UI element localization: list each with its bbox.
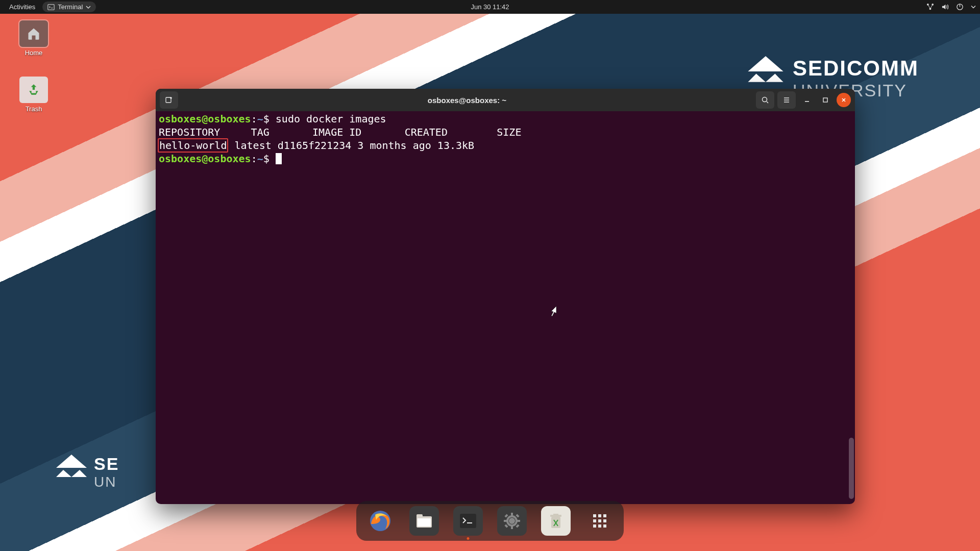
firefox-icon xyxy=(368,509,393,533)
desktop-icon-trash[interactable]: Trash xyxy=(15,77,52,113)
clock[interactable]: Jun 30 11:42 xyxy=(465,2,514,12)
svg-marker-5 xyxy=(71,470,87,477)
close-icon xyxy=(841,97,847,103)
terminal-window: osboxes@osboxes: ~ osboxes@osboxes:~$ su… xyxy=(156,89,855,504)
new-tab-icon xyxy=(165,96,173,104)
terminal-line-1: osboxes@osboxes:~$ sudo docker images xyxy=(159,112,852,126)
svg-point-13 xyxy=(763,97,767,102)
dock-app-files[interactable] xyxy=(409,506,439,536)
svg-marker-1 xyxy=(748,74,766,82)
chevron-down-icon[interactable] xyxy=(971,3,976,11)
svg-rect-41 xyxy=(603,524,606,528)
svg-rect-36 xyxy=(593,519,596,522)
terminal-body[interactable]: osboxes@osboxes:~$ sudo docker images RE… xyxy=(156,111,855,504)
svg-marker-0 xyxy=(748,56,783,71)
prompt-path: ~ xyxy=(257,113,263,125)
terminal-app-icon xyxy=(459,513,477,529)
dock-app-trash[interactable] xyxy=(541,506,571,536)
apps-grid-icon xyxy=(591,512,608,530)
desktop-icon-home[interactable]: Home xyxy=(15,20,52,57)
dock-app-terminal[interactable] xyxy=(453,506,483,536)
desktop-icon-label: Home xyxy=(15,49,52,57)
terminal-output-row: hello-world latest d1165f221234 3 months… xyxy=(159,139,852,152)
desktop-icon-label: Trash xyxy=(15,105,52,113)
recycle-icon xyxy=(27,83,40,96)
terminal-titlebar[interactable]: osboxes@osboxes: ~ xyxy=(156,89,855,111)
svg-rect-18 xyxy=(416,514,423,518)
search-button[interactable] xyxy=(756,91,774,109)
mouse-pointer-icon xyxy=(549,305,560,317)
svg-rect-19 xyxy=(418,518,431,527)
svg-rect-15 xyxy=(823,98,827,102)
branding-bl2: UN xyxy=(94,474,119,490)
svg-rect-37 xyxy=(598,519,601,522)
maximize-icon xyxy=(822,97,828,103)
new-tab-button[interactable] xyxy=(160,91,178,109)
terminal-title: osboxes@osboxes: ~ xyxy=(181,96,753,105)
highlighted-repository: hello-world xyxy=(158,138,228,153)
minimize-button[interactable] xyxy=(800,93,814,107)
gear-icon xyxy=(503,512,521,530)
app-menu-terminal[interactable]: Terminal xyxy=(42,2,96,12)
svg-rect-28 xyxy=(516,514,519,517)
branding-bl1: SE xyxy=(94,454,119,474)
svg-marker-3 xyxy=(56,455,87,468)
dock-app-firefox[interactable] xyxy=(365,506,395,536)
svg-rect-40 xyxy=(598,524,601,528)
terminal-icon xyxy=(47,4,55,11)
svg-rect-29 xyxy=(504,524,508,528)
svg-marker-2 xyxy=(766,74,783,82)
network-icon[interactable] xyxy=(926,3,934,11)
svg-rect-6 xyxy=(48,4,54,10)
svg-marker-4 xyxy=(56,470,71,477)
terminal-line-prompt: osboxes@osboxes:~$ xyxy=(159,152,852,165)
running-indicator xyxy=(467,537,470,540)
search-icon xyxy=(761,96,769,104)
svg-rect-35 xyxy=(603,514,606,517)
terminal-scrollbar[interactable] xyxy=(849,438,854,499)
terminal-cursor xyxy=(276,153,282,164)
app-menu-label: Terminal xyxy=(58,3,83,11)
folder-icon xyxy=(415,513,433,529)
prompt-user: osboxes@osboxes xyxy=(159,113,251,125)
svg-rect-27 xyxy=(516,524,519,528)
top-panel: Activities Terminal Jun 30 11:42 xyxy=(0,0,980,14)
dock-app-show-applications[interactable] xyxy=(585,506,615,536)
svg-rect-20 xyxy=(460,514,476,528)
svg-rect-38 xyxy=(603,519,606,522)
svg-rect-33 xyxy=(593,514,596,517)
dock-app-settings[interactable] xyxy=(497,506,527,536)
dock xyxy=(356,501,624,541)
branding-line1: SEDICOMM xyxy=(793,56,919,81)
row-rest: latest d1165f221234 3 months ago 13.3kB xyxy=(228,139,474,152)
maximize-button[interactable] xyxy=(818,93,832,107)
minimize-icon xyxy=(804,97,810,103)
terminal-output-header: REPOSITORY TAG IMAGE ID CREATED SIZE xyxy=(159,126,852,139)
volume-icon[interactable] xyxy=(941,3,949,11)
power-icon[interactable] xyxy=(956,3,964,11)
chevron-down-icon xyxy=(86,5,91,10)
close-button[interactable] xyxy=(837,93,851,107)
home-icon xyxy=(26,27,41,41)
hamburger-menu-button[interactable] xyxy=(777,91,796,109)
trash-icon xyxy=(548,513,564,529)
command-text: sudo docker images xyxy=(276,113,386,125)
hamburger-icon xyxy=(782,96,791,104)
branding-bottom-left: SE UN xyxy=(56,454,119,490)
svg-rect-14 xyxy=(805,101,809,102)
svg-rect-39 xyxy=(593,524,596,528)
activities-button[interactable]: Activities xyxy=(4,2,40,12)
svg-rect-34 xyxy=(598,514,601,517)
svg-point-21 xyxy=(509,518,515,524)
svg-rect-11 xyxy=(960,4,960,7)
svg-rect-26 xyxy=(504,514,508,517)
